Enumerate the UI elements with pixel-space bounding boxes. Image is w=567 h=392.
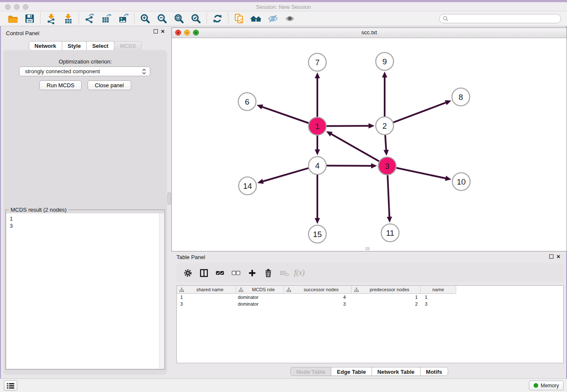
criterion-select[interactable]: strongly connected component [19,66,150,76]
graph-node-8[interactable]: 8 [452,88,470,106]
zoom-fit-icon[interactable] [171,12,187,25]
delete-column-icon[interactable] [276,266,292,280]
search-field[interactable] [439,14,561,23]
float-table-panel-icon[interactable] [549,254,553,259]
table-cell[interactable]: 1 [177,294,236,301]
toolbar-separator [79,13,79,25]
canvas-resize-handle[interactable] [366,247,369,250]
delete-trash-icon[interactable] [260,266,276,280]
svg-text:4: 4 [315,161,320,170]
table-tab-motifs[interactable]: Motifs [420,367,448,376]
graph-edge-3-1[interactable] [326,131,379,161]
column-header-mcds-role[interactable]: MCDS role [236,286,284,294]
graph-edge-2-8[interactable] [394,100,451,123]
control-tab-style[interactable]: Style [62,41,87,50]
zoom-selected-icon[interactable] [187,12,204,25]
open-folder-icon[interactable] [4,12,21,25]
memory-button[interactable]: Memory [529,381,564,390]
table-cell[interactable]: 3 [177,301,236,307]
search-input[interactable] [450,15,561,22]
svg-text:10: 10 [457,177,465,186]
table-tab-node-table[interactable]: Node Table [290,367,331,376]
table-row[interactable]: 1dominator411 [177,294,563,301]
task-history-button[interactable] [4,380,17,391]
zoom-in-icon[interactable] [137,12,154,25]
graph-node-1[interactable]: 1 [308,117,326,135]
control-tab-network[interactable]: Network [29,41,62,50]
graph-edge-4-15[interactable] [315,175,320,224]
select-all-icon[interactable] [212,266,228,280]
result-scrollbar[interactable] [159,213,164,369]
column-header-shared-name[interactable]: shared name [177,286,236,294]
graph-node-6[interactable]: 6 [238,93,256,110]
graph-node-11[interactable]: 11 [381,224,399,242]
graph-edge-1-6[interactable] [257,105,309,123]
select-stepper-icon [142,68,146,75]
panel-splitter-handle[interactable] [168,193,171,204]
graph-edge-1-7[interactable] [315,72,320,117]
graph-edge-2-3[interactable] [383,135,388,156]
graph-node-9[interactable]: 9 [376,52,394,70]
close-panel-icon[interactable]: × [161,29,165,33]
network-canvas[interactable]: 7968124314101511 [172,38,567,251]
gear-icon[interactable] [180,266,196,280]
graph-node-3[interactable]: 3 [378,157,396,175]
add-column-icon[interactable] [244,266,260,280]
column-header-successor-nodes[interactable]: successor nodes [284,286,352,294]
save-icon[interactable] [21,12,38,25]
optimization-criterion-label: Optimization criterion: [3,58,167,65]
table-cell[interactable]: 3 [284,301,352,307]
export-network-icon[interactable] [81,12,98,25]
refresh-icon[interactable] [209,12,226,25]
table-cell[interactable]: 3 [421,301,456,307]
control-tab-mcds[interactable]: MCDS [114,41,142,50]
table-cell[interactable]: 1 [352,294,421,301]
graph-edge-3-10[interactable] [396,168,451,181]
unselect-all-icon[interactable] [228,266,244,280]
graph-node-7[interactable]: 7 [308,53,326,71]
show-all-icon[interactable] [281,12,298,25]
table-tab-network-table[interactable]: Network Table [372,367,421,376]
graph-edge-1-4[interactable] [315,135,320,155]
hide-selection-icon[interactable] [264,12,281,25]
table-cell[interactable]: 2 [352,301,421,307]
graph-edge-1-2[interactable] [327,123,374,128]
close-panel-button[interactable]: Close panel [88,80,131,90]
graph-node-2[interactable]: 2 [376,117,394,135]
table-tab-edge-table[interactable]: Edge Table [331,367,372,376]
graph-node-4[interactable]: 4 [308,157,326,174]
network-window-titlebar: × – + scc.txt [172,28,567,38]
column-header-predecessor-nodes[interactable]: predecessor nodes [352,286,421,294]
graph-edge-4-3[interactable] [327,163,377,168]
export-image-icon[interactable] [115,12,132,25]
attribute-tree-icon [286,287,291,292]
table-cell[interactable]: 4 [284,294,352,301]
export-table-icon[interactable] [98,12,115,25]
table-cell[interactable]: dominator [236,301,284,307]
control-tab-select[interactable]: Select [86,41,114,50]
close-table-panel-icon[interactable]: × [556,254,560,259]
table-cell[interactable]: 1 [421,294,456,301]
graph-node-15[interactable]: 15 [308,225,326,243]
graph-edge-4-14[interactable] [257,168,308,184]
column-header-name[interactable]: name [421,286,456,294]
graph-edge-3-11[interactable] [387,175,392,223]
table-row[interactable]: 3dominator323 [177,301,563,307]
copy-network-icon[interactable] [231,12,248,25]
table-panel-title: Table Panel [176,254,205,260]
table-cell[interactable]: dominator [236,294,284,301]
float-panel-icon[interactable] [154,29,158,33]
home-view-icon[interactable] [248,12,264,25]
graph-node-14[interactable]: 14 [239,177,256,195]
import-network-icon[interactable] [43,12,60,25]
attribute-tree-icon [179,287,184,292]
import-table-icon[interactable] [60,12,77,25]
run-mcds-button[interactable]: Run MCDS [39,80,82,90]
graph-node-10[interactable]: 10 [452,173,470,190]
function-builder-icon[interactable]: f(x) [294,268,305,277]
zoom-out-icon[interactable] [154,12,171,25]
column-header-label: name [421,287,456,292]
attribute-tree-icon [354,287,359,292]
split-view-icon[interactable] [196,266,212,280]
graph-edge-2-9[interactable] [382,72,387,116]
